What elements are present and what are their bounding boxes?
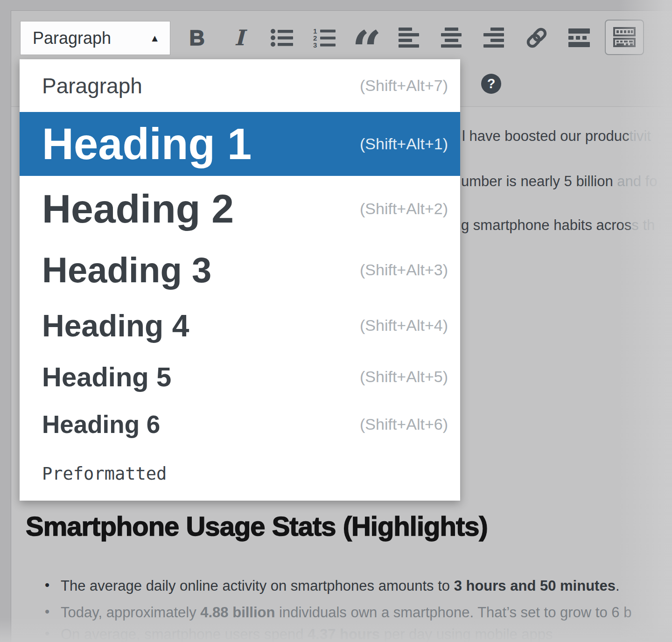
- align-left-button[interactable]: [397, 21, 421, 54]
- question-mark-icon: ?: [487, 76, 496, 91]
- bullet-icon: •: [45, 577, 61, 594]
- svg-text:3: 3: [313, 41, 317, 48]
- bullet-icon: •: [45, 626, 61, 642]
- wordpress-classic-editor-screenshot: l have boosted our productivit umber is …: [0, 0, 672, 642]
- shortcut-label: (Shift+Alt+3): [360, 261, 448, 279]
- list-item: • On average, smartphone users spend 4.3…: [45, 626, 553, 642]
- align-center-icon: [441, 28, 462, 49]
- read-more-tag-button[interactable]: [567, 21, 591, 54]
- read-more-icon: [568, 28, 590, 48]
- toolbar-toggle-icon: [611, 25, 637, 50]
- shortcut-label: (Shift+Alt+7): [360, 77, 448, 95]
- shortcut-label: (Shift+Alt+2): [360, 200, 448, 218]
- editor-text-line: l have boosted our productivit: [462, 129, 651, 143]
- menu-item-paragraph[interactable]: Paragraph (Shift+Alt+7): [20, 59, 460, 112]
- editor-text-line: umber is nearly 5 billion and fo: [461, 174, 657, 188]
- format-dropdown-menu: Paragraph (Shift+Alt+7) Heading 1 (Shift…: [20, 59, 460, 501]
- menu-item-heading-5[interactable]: Heading 5 (Shift+Alt+5): [20, 352, 460, 401]
- chevron-up-icon: ▲: [150, 33, 160, 44]
- bold-icon: B: [189, 25, 204, 50]
- list-item: • The average daily online activity on s…: [45, 577, 620, 594]
- menu-item-heading-6[interactable]: Heading 6 (Shift+Alt+6): [20, 401, 460, 447]
- help-button[interactable]: ?: [481, 74, 501, 94]
- insert-link-button[interactable]: [525, 21, 549, 54]
- toolbar-button-row: B I 1 2 3: [185, 19, 609, 57]
- bulleted-list-button[interactable]: [270, 21, 294, 54]
- italic-button[interactable]: I: [227, 21, 252, 54]
- menu-item-heading-2[interactable]: Heading 2 (Shift+Alt+2): [20, 176, 460, 241]
- menu-item-heading-3[interactable]: Heading 3 (Shift+Alt+3): [20, 241, 460, 299]
- shortcut-label: (Shift+Alt+5): [360, 368, 448, 386]
- shortcut-label: (Shift+Alt+1): [360, 135, 448, 153]
- toolbar-toggle-button[interactable]: [605, 20, 644, 55]
- bullet-icon: •: [45, 604, 61, 621]
- shortcut-label: (Shift+Alt+6): [360, 415, 448, 433]
- menu-item-heading-4[interactable]: Heading 4 (Shift+Alt+4): [20, 299, 460, 352]
- menu-item-heading-1[interactable]: Heading 1 (Shift+Alt+1): [20, 112, 460, 176]
- format-dropdown-button[interactable]: Paragraph ▲: [20, 21, 170, 55]
- align-left-icon: [399, 28, 420, 49]
- align-right-icon: [483, 28, 505, 49]
- list-item: • Today, approximately 4.88 billion indi…: [45, 604, 631, 621]
- menu-item-preformatted[interactable]: Preformatted: [20, 447, 460, 501]
- document-heading: Smartphone Usage Stats (Highlights): [26, 510, 488, 542]
- bold-button[interactable]: B: [185, 21, 209, 54]
- editor-text-line: g smartphone habits across th: [461, 218, 655, 232]
- format-dropdown-label: Paragraph: [33, 28, 111, 48]
- numbered-list-icon: 1 2 3: [313, 28, 336, 48]
- align-right-button[interactable]: [482, 21, 506, 54]
- shortcut-label: (Shift+Alt+4): [360, 316, 448, 335]
- italic-icon: I: [234, 25, 245, 50]
- blockquote-button[interactable]: “: [355, 21, 379, 54]
- bulleted-list-icon: [271, 28, 293, 48]
- link-icon: [525, 26, 548, 49]
- numbered-list-button[interactable]: 1 2 3: [312, 21, 336, 54]
- align-center-button[interactable]: [440, 21, 464, 54]
